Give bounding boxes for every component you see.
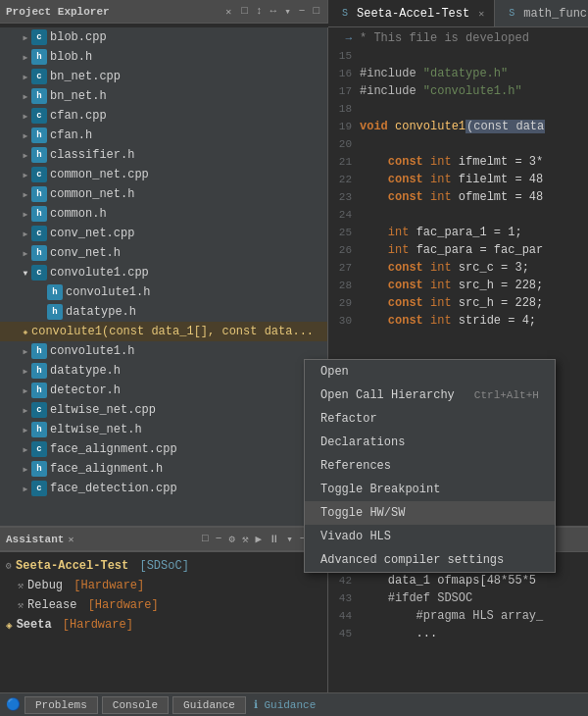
- tree-item-face-alignment-cpp[interactable]: ▶ c face_alignment.cpp: [0, 439, 327, 459]
- line-num: 27: [328, 262, 360, 274]
- assistant-item-seeta-hw[interactable]: ◈ Seeta [Hardware]: [0, 615, 327, 635]
- h-icon: h: [47, 304, 63, 320]
- sync-icon[interactable]: ↔: [269, 4, 279, 19]
- assistant-run-icon[interactable]: ▶: [254, 532, 265, 546]
- tree-label: face_alignment.h: [50, 462, 163, 476]
- tree-item-detector-h[interactable]: ▶ h detector.h: [0, 381, 327, 400]
- menu-item-refactor[interactable]: Refactor: [305, 407, 555, 431]
- code-line-19: 19 void convolute1(const data: [328, 118, 588, 135]
- tree-item-blob-cpp[interactable]: ▶ c blob.cpp: [0, 27, 327, 47]
- tree-item-cfan-h[interactable]: ▶ h cfan.h: [0, 126, 327, 145]
- tree-item-face-detection-cpp[interactable]: ▶ c face_detection.cpp: [0, 479, 327, 498]
- assistant-item-release[interactable]: ⚒ Release [Hardware]: [0, 595, 327, 615]
- code-content: int fac_para_1 = 1;: [360, 226, 580, 239]
- seeta-hw-name: Seeta: [17, 618, 52, 632]
- tree-label: convolute1.h: [66, 285, 150, 299]
- tree-item-blob-h[interactable]: ▶ h blob.h: [0, 47, 327, 67]
- status-info-icon[interactable]: ℹ Guidance: [254, 698, 316, 711]
- collapse-all-icon[interactable]: □: [239, 4, 250, 19]
- assistant-close-icon[interactable]: ✕: [68, 534, 74, 545]
- tree-label: blob.cpp: [50, 30, 107, 44]
- menu-item-declarations[interactable]: Declarations: [305, 431, 555, 454]
- tree-item-datatype-h[interactable]: ▶ h datatype.h: [0, 361, 327, 381]
- tree-item-eltwise-net-h[interactable]: ▶ h eltwise_net.h: [0, 420, 327, 439]
- h-icon: h: [31, 147, 47, 163]
- code-line-21: 21 const int ifmelmt = 3*: [328, 153, 588, 171]
- menu-item-open[interactable]: Open: [305, 360, 555, 384]
- tree-label: convolute1.cpp: [50, 266, 149, 280]
- tree-item-cfan-cpp[interactable]: ▶ c cfan.cpp: [0, 106, 327, 126]
- menu-item-references[interactable]: References: [305, 454, 555, 478]
- tree-item-function-sig[interactable]: ◈ convolute1(const data_1[], const data.…: [0, 322, 327, 341]
- tree-item-conv-net-h[interactable]: ▶ h conv_net.h: [0, 243, 327, 263]
- tab-math[interactable]: S math_func: [495, 0, 588, 26]
- status-tab-console[interactable]: Console: [102, 696, 169, 714]
- menu-item-advanced-compiler[interactable]: Advanced compiler settings: [305, 548, 555, 572]
- h-icon: h: [31, 186, 47, 202]
- tab-seeta-close[interactable]: ✕: [478, 8, 484, 20]
- menu-item-toggle-hw-sw[interactable]: Toggle HW/SW: [305, 501, 555, 525]
- menu-item-open-call-hierarchy[interactable]: Open Call Hierarchy Ctrl+Alt+H: [305, 384, 555, 407]
- minimize-icon[interactable]: −: [297, 4, 308, 19]
- code-line-arrow: → * This file is developed: [328, 29, 588, 47]
- cpp-icon: c: [31, 226, 47, 241]
- line-num: →: [328, 32, 360, 44]
- assistant-minimize-icon[interactable]: □: [200, 532, 211, 546]
- menu-item-vivado-hls[interactable]: Vivado HLS: [305, 525, 555, 548]
- assistant-build-icon[interactable]: ⚒: [240, 532, 251, 546]
- menu-item-toggle-breakpoint[interactable]: Toggle Breakpoint: [305, 478, 555, 501]
- tree-item-common-net-h[interactable]: ▶ h common_net.h: [0, 184, 327, 204]
- tree-item-classifier-h[interactable]: ▶ h classifier.h: [0, 145, 327, 165]
- code-line-23: 23 const int ofmelmt = 48: [328, 188, 588, 206]
- code-line-27: 27 const int src_c = 3;: [328, 259, 588, 277]
- link-with-editor-icon[interactable]: ↕: [254, 4, 265, 19]
- menu-declarations-label: Declarations: [320, 435, 405, 449]
- assistant-item-seeta-test[interactable]: ⚙ Seeta-Accel-Test [SDSoC]: [0, 556, 327, 576]
- maximize-icon[interactable]: □: [311, 4, 321, 19]
- status-tab-guidance[interactable]: Guidance: [172, 696, 246, 714]
- menu-toggle-breakpoint-label: Toggle Breakpoint: [320, 483, 440, 496]
- code-line-29: 29 const int src_h = 228;: [328, 294, 588, 312]
- status-bar: 🔵 Problems Console Guidance ℹ Guidance: [0, 692, 588, 716]
- status-problems-label: Problems: [35, 699, 87, 711]
- tree-item-conv-net-cpp[interactable]: ▶ c conv_net.cpp: [0, 224, 327, 243]
- tree-label: cfan.cpp: [50, 109, 107, 123]
- assistant-settings-icon[interactable]: ⚙: [226, 532, 237, 546]
- tree-item-eltwise-net-cpp[interactable]: ▶ c eltwise_net.cpp: [0, 400, 327, 420]
- line-num: 29: [328, 297, 360, 309]
- assistant-collapse-icon[interactable]: −: [214, 532, 224, 546]
- project-explorer-close-icon[interactable]: ✕: [225, 6, 231, 18]
- line-num: 26: [328, 244, 360, 256]
- line-num: 43: [328, 592, 360, 604]
- tree-item-face-alignment-h[interactable]: ▶ h face_alignment.h: [0, 459, 327, 479]
- code-line-17: 17 #include "convolute1.h": [328, 82, 588, 100]
- tree-label: face_detection.cpp: [50, 482, 177, 495]
- tree-item-convolute1-h-child[interactable]: h convolute1.h: [0, 282, 327, 302]
- release-tag: [Hardware]: [80, 598, 158, 612]
- assistant-pause-icon[interactable]: ⏸: [267, 532, 281, 546]
- release-name: Release: [27, 598, 76, 612]
- view-menu-icon[interactable]: ▾: [282, 4, 293, 19]
- h-icon: h: [31, 343, 47, 359]
- code-line-16: 16 #include "datatype.h": [328, 65, 588, 82]
- tree-item-common-net-cpp[interactable]: ▶ c common_net.cpp: [0, 165, 327, 184]
- status-guidance-label: Guidance: [183, 699, 235, 711]
- tree-label: face_alignment.cpp: [50, 442, 177, 456]
- tree-item-datatype-h-child[interactable]: h datatype.h: [0, 302, 327, 322]
- code-content: const int src_h = 228;: [360, 279, 580, 292]
- tree-item-bn-net-cpp[interactable]: ▶ c bn_net.cpp: [0, 67, 327, 86]
- tree-item-convolute1-cpp[interactable]: ▼ c convolute1.cpp: [0, 263, 327, 282]
- assistant-item-debug[interactable]: ⚒ Debug [Hardware]: [0, 576, 327, 595]
- tree-item-common-h[interactable]: ▶ h common.h: [0, 204, 327, 224]
- line-num: 45: [328, 628, 360, 639]
- status-tab-problems[interactable]: Problems: [24, 696, 98, 714]
- tree-label: datatype.h: [66, 305, 136, 319]
- cpp-icon: c: [31, 108, 47, 124]
- tab-seeta[interactable]: S Seeta-Accel-Test ✕: [328, 0, 495, 26]
- tree-label: bn_net.h: [50, 89, 107, 103]
- tree-label: blob.h: [50, 50, 92, 64]
- tree-item-bn-net-h[interactable]: ▶ h bn_net.h: [0, 86, 327, 106]
- line-num: 15: [328, 50, 360, 62]
- assistant-dropdown-icon[interactable]: ▾: [284, 532, 295, 546]
- tree-item-convolute1-h[interactable]: ▶ h convolute1.h: [0, 341, 327, 361]
